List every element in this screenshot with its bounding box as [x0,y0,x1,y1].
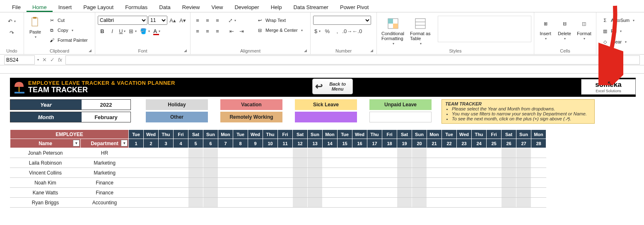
leave-cell[interactable] [174,178,188,188]
leave-cell[interactable] [427,168,442,178]
leave-cell[interactable] [188,198,203,208]
clipboard-dialog-launcher[interactable]: ◢ [89,48,92,53]
leave-cell[interactable] [218,168,233,178]
leave-cell[interactable] [516,198,531,208]
leave-cell[interactable] [278,148,293,158]
leave-cell[interactable] [144,178,159,188]
paste-button[interactable]: Paste ▾ [27,14,44,40]
leave-cell[interactable] [516,178,531,188]
leave-cell[interactable] [323,198,338,208]
name-box[interactable] [4,55,35,65]
leave-cell[interactable] [129,188,144,198]
leave-cell[interactable] [218,188,233,198]
insert-cells-button[interactable]: ⊞Insert▾ [537,16,554,42]
leave-cell[interactable] [323,148,338,158]
leave-cell[interactable] [367,188,382,198]
leave-cell[interactable] [218,148,233,158]
italic-button[interactable]: I [108,26,117,36]
undo-button[interactable]: ↶▾ [7,17,17,26]
worksheet[interactable]: EMPLOYEE LEAVE TRACKER & VACATION PLANNE… [0,74,644,208]
format-as-table-button[interactable]: Format as Table▾ [408,16,433,47]
leave-cell[interactable] [203,158,218,168]
leave-cell[interactable] [502,148,516,158]
leave-cell[interactable] [502,178,516,188]
leave-cell[interactable] [427,188,442,198]
leave-cell[interactable] [278,158,293,168]
leave-cell[interactable] [382,198,397,208]
border-button[interactable]: ⊞▾ [128,26,138,36]
cut-button[interactable]: ✂Cut [46,16,91,25]
leave-cell[interactable] [427,158,442,168]
leave-cell[interactable] [308,168,323,178]
back-to-menu-button[interactable]: ↩ Back to Menu [312,79,353,94]
alignment-dialog-launcher[interactable]: ◢ [304,48,307,53]
leave-cell[interactable] [278,178,293,188]
leave-cell[interactable] [308,198,323,208]
leave-cell[interactable] [516,148,531,158]
leave-cell[interactable] [248,148,263,158]
align-left-button[interactable]: ≡ [193,26,202,36]
leave-cell[interactable] [248,178,263,188]
comma-format-button[interactable]: , [333,26,342,36]
leave-cell[interactable] [502,188,516,198]
leave-cell[interactable] [293,198,308,208]
leave-cell[interactable] [203,188,218,198]
leave-cell[interactable] [218,198,233,208]
cell-styles-gallery[interactable] [438,16,531,42]
ribbon-tab-developer[interactable]: Developer [229,2,265,12]
leave-cell[interactable] [352,198,367,208]
leave-cell[interactable] [338,178,352,188]
leave-cell[interactable] [174,148,188,158]
leave-cell[interactable] [188,168,203,178]
bold-button[interactable]: B [98,26,107,36]
wrap-text-button[interactable]: ↩Wrap Text [253,16,306,25]
leave-cell[interactable] [174,158,188,168]
ribbon-tab-datastreamer[interactable]: Data Streamer [287,2,334,12]
leave-cell[interactable] [427,198,442,208]
leave-cell[interactable] [516,158,531,168]
leave-cell[interactable] [144,198,159,208]
leave-cell[interactable] [248,188,263,198]
leave-cell[interactable] [457,198,472,208]
leave-cell[interactable] [129,148,144,158]
leave-cell[interactable] [412,168,427,178]
fx-button[interactable]: fx [58,57,62,63]
leave-cell[interactable] [203,148,218,158]
leave-cell[interactable] [338,148,352,158]
leave-cell[interactable] [531,198,546,208]
leave-cell[interactable] [308,158,323,168]
leave-cell[interactable] [382,178,397,188]
enter-formula-button[interactable]: ✓ [50,57,55,63]
leave-cell[interactable] [144,148,159,158]
ribbon-tab-help[interactable]: Help [265,2,288,12]
leave-cell[interactable] [457,158,472,168]
leave-cell[interactable] [397,168,412,178]
leave-cell[interactable] [472,198,487,208]
leave-cell[interactable] [188,178,203,188]
accounting-format-button[interactable]: $▾ [313,26,322,36]
ribbon-tab-formulas[interactable]: Formulas [119,2,153,12]
align-right-button[interactable]: ≡ [213,26,222,36]
leave-cell[interactable] [233,148,248,158]
leave-cell[interactable] [248,158,263,168]
leave-cell[interactable] [487,168,502,178]
leave-cell[interactable] [531,188,546,198]
leave-cell[interactable] [174,188,188,198]
number-format-select[interactable] [313,16,371,25]
leave-cell[interactable] [248,168,263,178]
copy-button[interactable]: ⧉Copy▾ [46,26,91,35]
ribbon-tab-view[interactable]: View [205,2,229,12]
leave-cell[interactable] [159,148,174,158]
leave-cell[interactable] [352,168,367,178]
underline-button[interactable]: U▾ [118,26,127,36]
leave-cell[interactable] [397,198,412,208]
leave-cell[interactable] [323,188,338,198]
increase-indent-button[interactable]: ⇥ [237,26,246,36]
leave-cell[interactable] [442,158,457,168]
leave-cell[interactable] [308,178,323,188]
leave-cell[interactable] [442,168,457,178]
leave-cell[interactable] [293,188,308,198]
leave-cell[interactable] [367,148,382,158]
ribbon-tab-pagelayout[interactable]: Page Layout [77,2,119,12]
leave-cell[interactable] [457,168,472,178]
